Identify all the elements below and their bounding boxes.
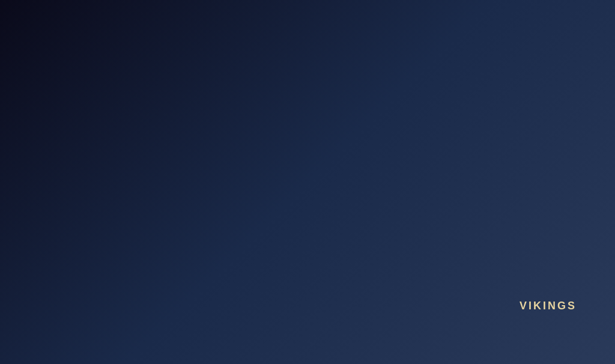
main-layout: Установленные приложения ⋯ Google Play S… <box>0 24 615 364</box>
right-sidebar: Найти приложения Популярно в вашем регио… <box>428 24 590 364</box>
vikings-title: VIKINGS <box>520 300 577 312</box>
game-card-vikings[interactable]: VIKINGS <box>436 285 581 327</box>
sidebar-scrollable[interactable]: ▶ ⚔ 💎 Rise of Kingdoms: Los И <box>428 90 590 364</box>
